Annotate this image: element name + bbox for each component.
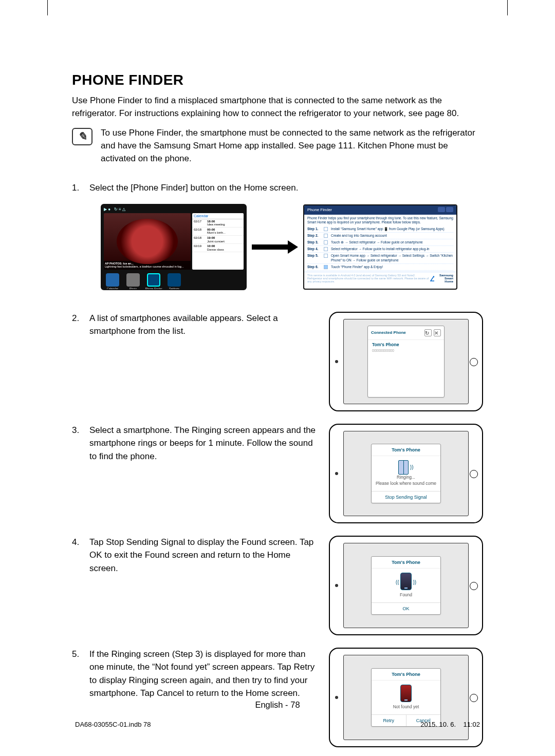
dock-phone-finder-icon: Phone Finder [145, 273, 162, 290]
pf-steps-list: Step 1.Install “Samsung Smart Home” app … [304, 226, 456, 271]
step-text: A list of smartphones available appears.… [89, 312, 319, 338]
notfound-title: Tom's Phone [392, 672, 420, 677]
crop-mark-right [507, 0, 508, 15]
print-metadata: DA68-03055C-01.indb 78 2015. 10. 6. 11:0… [47, 721, 508, 728]
step-number: 1. [72, 181, 83, 195]
device-list-mock: Connected Phone ↻ ✕ Tom's Phone 00000000… [329, 312, 483, 411]
pf-intro: Phone Finder helps you find your smartph… [304, 215, 456, 226]
pf-title: Phone Finder [307, 207, 332, 212]
crop-mark-left [47, 0, 48, 15]
step5-block: 5. If the Ringing screen (Step 3) is dis… [72, 648, 483, 747]
close-icon: ✕ [434, 329, 441, 336]
step-1: 1. Select the [Phone Finder] button on t… [72, 181, 483, 195]
dock-calendar-icon: Calendar [104, 273, 121, 290]
calendar-header: Calendar [192, 213, 244, 219]
ringing-title: Tom's Phone [392, 447, 420, 452]
step-text: Select a smartphone. The Ringing screen … [89, 424, 319, 463]
figure-step1: ▶ ● ↻ ≡ △ AP PHOTOS: Ice an... Lightning… [101, 204, 483, 290]
wave-left-icon: )) [396, 579, 399, 586]
step-2: 2. A list of smartphones available appea… [72, 312, 319, 338]
phone-not-found-icon [400, 685, 412, 702]
smart-home-logo-icon [430, 275, 434, 282]
print-file: DA68-03055C-01.indb 78 [75, 721, 151, 728]
dock-photo-icon: Photo [124, 273, 142, 290]
list-item-sub: 00000000000 [372, 348, 440, 353]
phone-finder-app-mock: Phone Finder Phone Finder helps you find… [303, 204, 457, 290]
step-3: 3. Select a smartphone. The Ringing scre… [72, 424, 319, 463]
refresh-icon: ↻ [424, 329, 432, 336]
page-content: PHONE FINDER Use Phone Finder to find a … [47, 36, 508, 720]
step3-block: 3. Select a smartphone. The Ringing scre… [72, 424, 483, 523]
pf-brand: Samsung Smart Home [436, 274, 453, 283]
note: ✎ To use Phone Finder, the smartphone mu… [72, 127, 483, 165]
statusbar: ▶ ● ↻ ≡ △ [104, 207, 244, 213]
page-title: PHONE FINDER [72, 72, 483, 88]
stop-signal-button: Stop Sending Signal [372, 492, 440, 503]
page-footer: English - 78 [47, 700, 508, 710]
pf-footnote: This service is available in Android 4.0… [307, 274, 430, 283]
fridge-icon [398, 460, 409, 475]
step2-block: 2. A list of smartphones available appea… [72, 312, 483, 411]
step-text: If the Ringing screen (Step 3) is displa… [89, 648, 319, 700]
home-screen-mock: ▶ ● ↻ ≡ △ AP PHOTOS: Ice an... Lightning… [101, 204, 247, 290]
dock-settings-icon: Settings [165, 273, 183, 290]
device-ringing-mock: Tom's Phone )) Ringing... Please look wh… [329, 424, 483, 523]
wave-right-icon: )) [413, 579, 416, 586]
device-notfound-mock: Tom's Phone Not found yet Retry Cancel [329, 648, 483, 747]
ringing-hint: Please look where sound come [376, 481, 436, 486]
list-item-title: Tom's Phone [372, 342, 440, 348]
step4-block: 4. Tap Stop Sending Signal to display th… [72, 536, 483, 635]
signal-wave-icon: )) [410, 464, 414, 471]
arrow-icon [252, 241, 298, 253]
ringing-status: Ringing... [397, 475, 415, 480]
note-text: To use Phone Finder, the smartphone must… [101, 127, 483, 165]
step-5: 5. If the Ringing screen (Step 3) is dis… [72, 648, 319, 700]
photo-widget: AP PHOTOS: Ice an... Lightning-fast bobs… [104, 213, 191, 270]
found-status: Found [400, 592, 412, 597]
step-text: Select the [Phone Finder] button on the … [89, 181, 298, 195]
intro-text: Use Phone Finder to find a misplaced sma… [72, 94, 483, 120]
print-date: 2015. 10. 6. 11:02 [420, 721, 480, 728]
photo-sub: Lightning-fast bobsledders, a biathlon c… [105, 265, 190, 268]
list-header: Connected Phone [371, 330, 406, 335]
calendar-widget: Calendar 02/1718:00Idea meeting 02/1800:… [192, 213, 244, 270]
phone-icon [400, 573, 412, 590]
ok-button: OK [372, 603, 440, 614]
found-title: Tom's Phone [392, 560, 420, 565]
device-found-mock: Tom's Phone )) )) Found OK [329, 536, 483, 635]
step-4: 4. Tap Stop Sending Signal to display th… [72, 536, 319, 575]
note-icon: ✎ [72, 127, 92, 147]
pf-window-icons [437, 207, 453, 213]
dock: Calendar Photo Phone Finder Settings [104, 273, 244, 290]
page-container: PHONE FINDER Use Phone Finder to find a … [0, 0, 555, 756]
step-text: Tap Stop Sending Signal to display the F… [89, 536, 319, 575]
